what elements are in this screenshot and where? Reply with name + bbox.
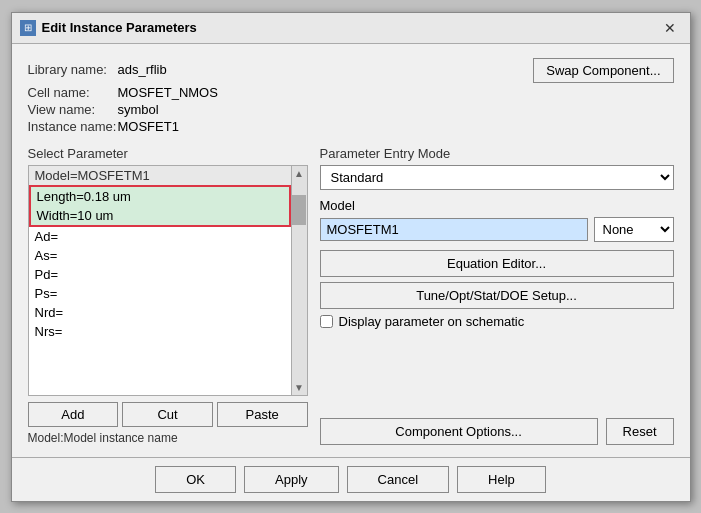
library-label: Library name: — [28, 62, 118, 77]
library-value: ads_rflib — [118, 62, 396, 77]
select-param-title: Select Parameter — [28, 146, 308, 161]
paste-button[interactable]: Paste — [217, 402, 308, 427]
add-button[interactable]: Add — [28, 402, 119, 427]
param-list: Model=MOSFETM1 Length=0.18 um Width=10 u… — [29, 166, 291, 395]
model-section: Model None Other — [320, 198, 674, 242]
close-button[interactable]: ✕ — [658, 18, 682, 38]
view-label: View name: — [28, 102, 118, 117]
param-item-length[interactable]: Length=0.18 um — [31, 187, 289, 206]
param-item-pd[interactable]: Pd= — [29, 265, 291, 284]
param-item-width[interactable]: Width=10 um — [31, 206, 289, 225]
param-list-container[interactable]: Model=MOSFETM1 Length=0.18 um Width=10 u… — [28, 165, 308, 396]
param-item-model[interactable]: Model=MOSFETM1 — [29, 166, 291, 185]
title-bar-left: ⊞ Edit Instance Parameters — [20, 20, 197, 36]
display-param-label: Display parameter on schematic — [339, 314, 525, 329]
dialog-title: Edit Instance Parameters — [42, 20, 197, 35]
right-panel: Parameter Entry Mode Standard Advanced M… — [320, 146, 674, 445]
tune-opt-button[interactable]: Tune/Opt/Stat/DOE Setup... — [320, 282, 674, 309]
param-item-nrd[interactable]: Nrd= — [29, 303, 291, 322]
cut-button[interactable]: Cut — [122, 402, 213, 427]
edit-instance-dialog: ⊞ Edit Instance Parameters ✕ Library nam… — [11, 12, 691, 502]
dialog-body: Library name: ads_rflib Swap Component..… — [12, 44, 690, 457]
param-hint: Model:Model instance name — [28, 431, 308, 445]
ok-button[interactable]: OK — [155, 466, 236, 493]
bottom-right-buttons: Component Options... Reset — [320, 418, 674, 445]
param-item-ps[interactable]: Ps= — [29, 284, 291, 303]
swap-component-button[interactable]: Swap Component... — [533, 58, 673, 83]
param-item-ad[interactable]: Ad= — [29, 227, 291, 246]
cancel-button[interactable]: Cancel — [347, 466, 449, 493]
param-item-as[interactable]: As= — [29, 246, 291, 265]
dialog-icon: ⊞ — [20, 20, 36, 36]
instance-value: MOSFET1 — [118, 119, 396, 134]
param-scrollbar[interactable]: ▲ ▼ — [291, 166, 307, 395]
model-none-dropdown[interactable]: None Other — [594, 217, 674, 242]
display-param-checkbox[interactable] — [320, 315, 333, 328]
help-button[interactable]: Help — [457, 466, 546, 493]
instance-label: Instance name: — [28, 119, 118, 134]
list-buttons: Add Cut Paste — [28, 402, 308, 427]
param-item-nrs[interactable]: Nrs= — [29, 322, 291, 341]
reset-button[interactable]: Reset — [606, 418, 674, 445]
entry-mode-row: Standard Advanced — [320, 165, 674, 190]
info-section: Library name: ads_rflib Swap Component..… — [28, 56, 674, 134]
model-input-row: None Other — [320, 217, 674, 242]
cell-label: Cell name: — [28, 85, 118, 100]
left-panel: Select Parameter Model=MOSFETM1 Length=0… — [28, 146, 308, 445]
apply-button[interactable]: Apply — [244, 466, 339, 493]
view-value: symbol — [118, 102, 396, 117]
entry-mode-dropdown[interactable]: Standard Advanced — [320, 165, 674, 190]
cell-value: MOSFET_NMOS — [118, 85, 396, 100]
dialog-footer: OK Apply Cancel Help — [12, 457, 690, 501]
title-bar: ⊞ Edit Instance Parameters ✕ — [12, 13, 690, 44]
entry-mode-title: Parameter Entry Mode — [320, 146, 674, 161]
scrollbar-thumb — [292, 195, 306, 225]
model-label: Model — [320, 198, 674, 213]
display-param-row: Display parameter on schematic — [320, 314, 674, 329]
component-options-button[interactable]: Component Options... — [320, 418, 598, 445]
equation-editor-button[interactable]: Equation Editor... — [320, 250, 674, 277]
main-section: Select Parameter Model=MOSFETM1 Length=0… — [28, 146, 674, 445]
model-input[interactable] — [320, 218, 588, 241]
